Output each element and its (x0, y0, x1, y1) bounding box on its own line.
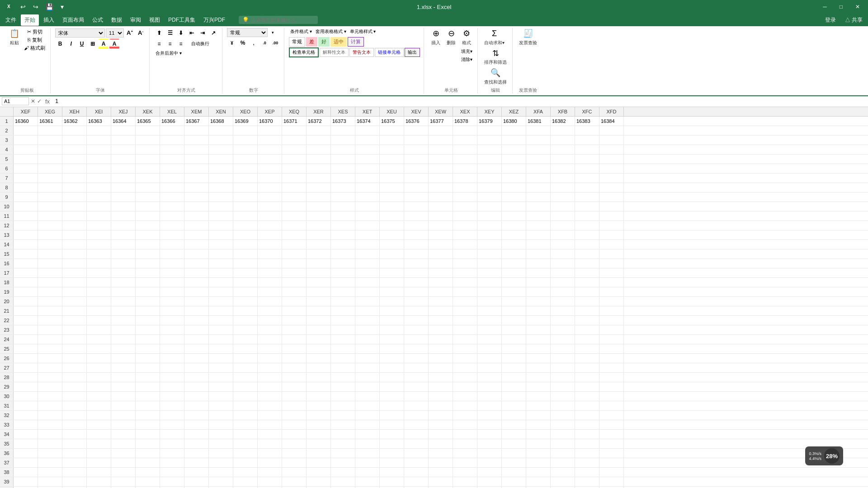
col-header-XEK[interactable]: XEK (136, 107, 160, 116)
cell-XFB1[interactable]: 16382 (551, 117, 575, 126)
cell-XEX13[interactable] (453, 230, 477, 239)
cell-XFD4[interactable] (599, 145, 624, 154)
number-format-expand[interactable]: ▾ (269, 29, 277, 36)
cell-XEP25[interactable] (258, 344, 282, 353)
cell-XEQ38[interactable] (282, 468, 307, 477)
row-number-17[interactable]: 17 (0, 268, 14, 277)
col-header-XEV[interactable]: XEV (404, 107, 429, 116)
row-number-9[interactable]: 9 (0, 192, 14, 202)
row-number-1[interactable]: 1 (0, 117, 14, 126)
cell-XEW4[interactable] (429, 145, 453, 154)
col-header-XFC[interactable]: XFC (575, 107, 599, 116)
cell-XEI3[interactable] (87, 136, 111, 145)
cell-XFD16[interactable] (599, 259, 624, 268)
cell-XEV23[interactable] (404, 325, 429, 334)
cell-XEM7[interactable] (184, 174, 209, 183)
col-header-XEG[interactable]: XEG (38, 107, 62, 116)
cell-XEJ30[interactable] (111, 392, 136, 401)
cell-XEO18[interactable] (233, 278, 258, 287)
cell-XFD7[interactable] (599, 174, 624, 183)
cell-XEZ27[interactable] (502, 363, 526, 372)
cell-XES28[interactable] (331, 373, 355, 382)
cell-XES24[interactable] (331, 335, 355, 344)
formula-cancel-icon[interactable]: ✕ (31, 98, 35, 104)
cell-XEQ39[interactable] (282, 477, 307, 486)
cell-XET20[interactable] (355, 297, 380, 306)
cell-XFB16[interactable] (551, 259, 575, 268)
cell-XEM1[interactable]: 16367 (184, 117, 209, 126)
cell-XEO39[interactable] (233, 477, 258, 486)
cell-XFC1[interactable]: 16383 (575, 117, 599, 126)
cell-XEN27[interactable] (209, 363, 233, 372)
paste-button[interactable]: 📋 粘贴 (7, 28, 22, 47)
cell-XEI21[interactable] (87, 306, 111, 315)
cell-XEQ2[interactable] (282, 126, 307, 135)
cell-XEX2[interactable] (453, 126, 477, 135)
cell-XFB29[interactable] (551, 382, 575, 391)
cell-XEL22[interactable] (160, 316, 184, 325)
cell-XEF32[interactable] (14, 411, 38, 420)
cell-XEO12[interactable] (233, 221, 258, 230)
cell-XFD14[interactable] (599, 240, 624, 249)
cell-XEI32[interactable] (87, 411, 111, 420)
orientation-button[interactable]: ↗ (208, 28, 218, 38)
cell-XER13[interactable] (307, 230, 331, 239)
save-button[interactable]: 💾 (43, 2, 56, 11)
cell-XEF19[interactable] (14, 287, 38, 296)
cell-XEY14[interactable] (477, 240, 502, 249)
cell-XET22[interactable] (355, 316, 380, 325)
cell-XEH24[interactable] (62, 335, 87, 344)
cell-XEU12[interactable] (380, 221, 404, 230)
cell-XFC12[interactable] (575, 221, 599, 230)
cell-XEO27[interactable] (233, 363, 258, 372)
cell-XEQ24[interactable] (282, 335, 307, 344)
cell-XEQ29[interactable] (282, 382, 307, 391)
cell-XEI1[interactable]: 16363 (87, 117, 111, 126)
cell-XFC13[interactable] (575, 230, 599, 239)
cell-XFB3[interactable] (551, 136, 575, 145)
cell-XEZ26[interactable] (502, 354, 526, 363)
decimal-decrease-button[interactable]: .00 (270, 38, 280, 48)
cell-XEH10[interactable] (62, 202, 87, 211)
cell-XEX1[interactable]: 16378 (453, 117, 477, 126)
cell-XEW17[interactable] (429, 268, 453, 277)
cell-XEL2[interactable] (160, 126, 184, 135)
cell-XEW39[interactable] (429, 477, 453, 486)
cell-XEX22[interactable] (453, 316, 477, 325)
cell-XEU6[interactable] (380, 164, 404, 173)
cell-XEJ8[interactable] (111, 183, 136, 192)
cell-XEO8[interactable] (233, 183, 258, 192)
cell-XEV4[interactable] (404, 145, 429, 154)
cell-XEN21[interactable] (209, 306, 233, 315)
cell-XEG37[interactable] (38, 458, 62, 467)
cell-XFD35[interactable] (599, 439, 624, 448)
cell-XFA22[interactable] (526, 316, 551, 325)
cell-XET2[interactable] (355, 126, 380, 135)
font-color-button[interactable]: A (109, 39, 119, 49)
cell-XEF7[interactable] (14, 174, 38, 183)
cell-XEO29[interactable] (233, 382, 258, 391)
cell-XET32[interactable] (355, 411, 380, 420)
cell-XEJ26[interactable] (111, 354, 136, 363)
cell-XET24[interactable] (355, 335, 380, 344)
cell-XEZ36[interactable] (502, 449, 526, 458)
cell-XET15[interactable] (355, 249, 380, 258)
cell-XFA15[interactable] (526, 249, 551, 258)
cell-XEO37[interactable] (233, 458, 258, 467)
cell-XEL5[interactable] (160, 155, 184, 164)
delete-button[interactable]: ⊖ 删除 (444, 28, 458, 47)
cell-XEU11[interactable] (380, 211, 404, 221)
cell-XEQ9[interactable] (282, 192, 307, 202)
cell-XER6[interactable] (307, 164, 331, 173)
cell-XEY39[interactable] (477, 477, 502, 486)
cell-XEH4[interactable] (62, 145, 87, 154)
tell-me-input[interactable] (251, 17, 314, 23)
cell-XFD30[interactable] (599, 392, 624, 401)
cell-XET27[interactable] (355, 363, 380, 372)
cell-XEG4[interactable] (38, 145, 62, 154)
cell-XEO38[interactable] (233, 468, 258, 477)
cell-XEV15[interactable] (404, 249, 429, 258)
cell-XEG24[interactable] (38, 335, 62, 344)
col-header-XEW[interactable]: XEW (429, 107, 453, 116)
cell-XFB39[interactable] (551, 477, 575, 486)
